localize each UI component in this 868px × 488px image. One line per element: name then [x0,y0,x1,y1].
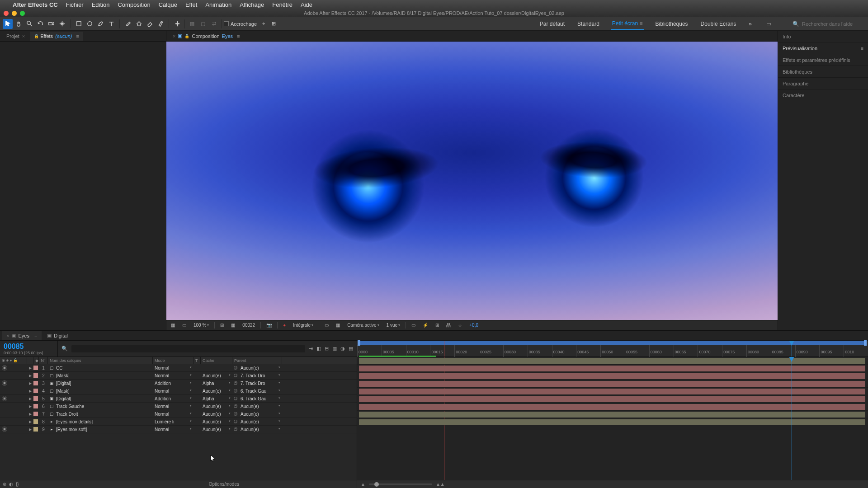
blend-mode-dropdown[interactable]: Addition [153,396,193,401]
camera-tool-icon[interactable] [46,19,56,29]
parent-pickwhip-icon[interactable]: @ [232,427,239,432]
camera-dropdown[interactable]: Caméra active [345,323,381,328]
brush-tool-icon[interactable] [123,19,133,29]
twirl-icon[interactable]: ▶ [27,404,33,408]
parent-dropdown[interactable]: Aucun(e) [239,412,282,417]
parent-pickwhip-icon[interactable]: @ [232,396,239,401]
roi-icon[interactable]: ▭ [323,323,330,328]
snap-options-icon[interactable]: ⌖ [259,19,269,29]
timeline-tab-eyes[interactable]: × ▣ Eyes ≡ [2,331,42,340]
layer-row[interactable]: ▶6▢Track GaucheNormalAucun(e)@Aucun(e) [0,403,357,410]
track-matte-dropdown[interactable]: Alpha [201,396,232,401]
tab-effets[interactable]: 🔒 Effets (aucun) ≡ [30,32,83,41]
track-matte-dropdown[interactable]: Aucun(e) [201,404,232,409]
workspace-bibliotheques[interactable]: Bibliothèques [655,18,689,30]
resolution-icon[interactable]: ▭ [180,323,188,328]
layer-duration-bar[interactable] [359,366,865,371]
panel-previsu[interactable]: Prévisualisation≡ [778,42,868,54]
snap-magnet-icon[interactable]: ⊞ [269,19,278,29]
composition-viewer[interactable] [166,42,778,320]
label-color[interactable] [33,412,39,416]
current-time-display[interactable]: 00085 0:00:03:10 (25.00 ips) [0,341,58,357]
label-color[interactable] [33,419,39,424]
eraser-tool-icon[interactable] [145,19,155,29]
timeline-tab-digital[interactable]: ▣ Digital [42,331,72,340]
parent-dropdown[interactable]: Aucun(e) [239,366,282,371]
resolution-dropdown[interactable]: Intégrale [291,323,315,328]
puppet-pin-tool-icon[interactable] [172,19,182,29]
safe-zones-icon[interactable]: ⊞ [218,323,226,328]
hide-shy-icon[interactable]: ⊟ [325,346,329,352]
layer-name[interactable]: Track Droit [55,412,153,417]
workspace-default[interactable]: Par défaut [539,18,566,30]
snapshot-icon[interactable]: 📷 [264,323,274,328]
close-icon[interactable]: × [173,33,175,39]
menu-edition[interactable]: Edition [92,1,110,8]
close-window-icon[interactable] [4,11,9,16]
layer-name[interactable]: [Digital] [55,396,153,401]
parent-pickwhip-icon[interactable]: @ [232,389,239,393]
hand-tool-icon[interactable] [14,19,24,29]
parent-pickwhip-icon[interactable]: @ [232,381,239,385]
layer-row[interactable]: ▶5▣[Digital]AdditionAlpha@6. Track Gau [0,395,357,403]
blend-mode-dropdown[interactable]: Addition [153,381,193,386]
menu-composition[interactable]: Composition [118,1,150,8]
zoom-in-icon[interactable]: ▲▲ [436,482,445,487]
label-color[interactable] [33,373,39,378]
zoom-dropdown[interactable]: 100 % [192,323,211,328]
panel-menu-icon[interactable]: ≡ [76,33,79,39]
panel-info[interactable]: Info [778,31,868,42]
pan-behind-tool-icon[interactable] [57,19,67,29]
track-matte-dropdown[interactable]: Aucun(e) [201,412,232,417]
parent-pickwhip-icon[interactable]: @ [232,412,239,416]
twirl-icon[interactable]: ▶ [27,412,33,416]
track-matte-dropdown[interactable]: Aucun(e) [201,373,232,378]
flowchart-icon[interactable]: 品 [444,322,453,328]
layer-duration-bar[interactable] [359,381,865,387]
zoom-out-icon[interactable]: ▲ [361,482,365,487]
type-tool-icon[interactable] [106,19,116,29]
menu-aide[interactable]: Aide [301,1,312,8]
app-name[interactable]: After Effects CC [13,1,58,8]
parent-pickwhip-icon[interactable]: @ [232,373,239,378]
roto-brush-tool-icon[interactable] [156,19,165,29]
visibility-eye-icon[interactable] [2,380,7,386]
twirl-icon[interactable]: ▶ [27,374,33,378]
draft-3d-icon[interactable]: ◧ [316,346,321,352]
help-search-input[interactable] [802,21,865,27]
parent-pickwhip-icon[interactable]: @ [232,366,239,370]
minimize-window-icon[interactable] [12,11,17,16]
twirl-icon[interactable]: ▶ [27,427,33,432]
timeline-zoom[interactable]: ▲ ▲▲ [357,480,868,488]
close-icon[interactable]: × [6,333,9,338]
workspace-petit-ecran[interactable]: Petit écran [611,18,644,30]
track-matte-dropdown[interactable]: Alpha [201,381,232,386]
visibility-eye-icon[interactable] [2,396,7,401]
blend-mode-dropdown[interactable]: Normal [153,373,193,378]
workspace-standard[interactable]: Standard [576,18,600,30]
graph-editor-icon[interactable]: ▤ [349,346,353,352]
twirl-icon[interactable]: ▶ [27,389,33,393]
maximize-window-icon[interactable] [20,11,25,16]
layer-duration-bar[interactable] [359,389,865,394]
label-color[interactable] [33,396,39,401]
reset-exposure-icon[interactable]: ☼ [456,323,464,328]
magnification-icon[interactable]: ▦ [169,323,177,328]
layer-row[interactable]: ▶9▸[Eyes.mov soft]NormalAucun(e)@Aucun(e… [0,426,357,433]
grid-icon[interactable]: ▦ [229,323,237,328]
toggle-modes-icon[interactable]: ◐ [9,482,13,487]
visibility-eye-icon[interactable] [2,365,7,371]
layer-duration-bar[interactable] [359,419,865,425]
track-matte-dropdown[interactable]: Aucun(e) [201,389,232,394]
panel-bibliotheques[interactable]: Bibliothèques [778,66,868,78]
pixel-aspect-icon[interactable]: ▭ [410,323,417,328]
view-dropdown[interactable]: 1 vue [385,323,402,328]
channel-icon[interactable]: ● [281,323,288,328]
blend-mode-dropdown[interactable]: Normal [153,389,193,394]
layer-duration-bar[interactable] [359,358,865,364]
blend-mode-dropdown[interactable]: Normal [153,412,193,417]
layer-row[interactable]: ▶2▢[Mask]NormalAucun(e)@7. Track Dro [0,372,357,380]
menu-fichier[interactable]: Fichier [66,1,84,8]
exposure-value[interactable]: +0,0 [467,323,480,328]
close-icon[interactable]: × [22,33,25,39]
